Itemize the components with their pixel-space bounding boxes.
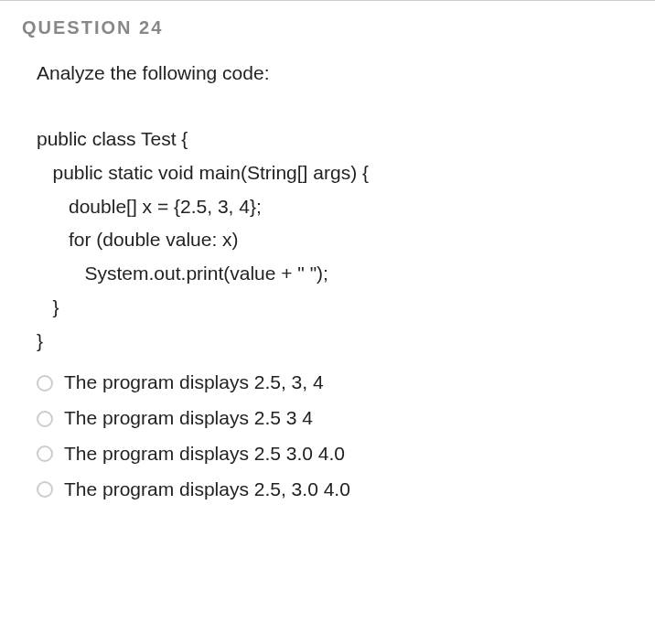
option-row: The program displays 2.5, 3.0 4.0 — [37, 472, 633, 508]
option-row: The program displays 2.5 3 4 — [37, 401, 633, 436]
question-prompt: Analyze the following code: — [37, 62, 633, 84]
option-label: The program displays 2.5 3.0 4.0 — [64, 436, 345, 472]
option-radio-3[interactable] — [37, 445, 53, 462]
option-label: The program displays 2.5, 3.0 4.0 — [64, 472, 350, 508]
option-label: The program displays 2.5 3 4 — [64, 401, 313, 436]
question-number-header: QUESTION 24 — [22, 17, 633, 38]
option-row: The program displays 2.5, 3, 4 — [37, 365, 633, 401]
option-label: The program displays 2.5, 3, 4 — [64, 365, 324, 401]
answer-options: The program displays 2.5, 3, 4 The progr… — [37, 365, 633, 507]
option-radio-2[interactable] — [37, 411, 53, 427]
option-row: The program displays 2.5 3.0 4.0 — [37, 436, 633, 472]
code-snippet: public class Test { public static void m… — [37, 123, 633, 358]
question-card: QUESTION 24 Analyze the following code: … — [0, 0, 655, 530]
option-radio-1[interactable] — [37, 375, 53, 392]
option-radio-4[interactable] — [37, 481, 53, 498]
